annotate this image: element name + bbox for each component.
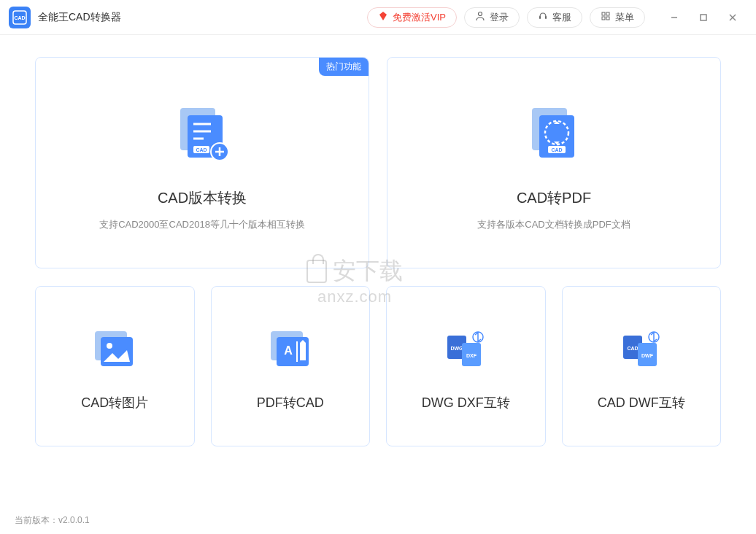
version-value: v2.0.0.1 bbox=[58, 515, 90, 525]
card-pdf-to-cad[interactable]: A PDF转CAD bbox=[211, 286, 371, 446]
svg-rect-7 bbox=[602, 17, 605, 20]
card-title: CAD转PDF bbox=[517, 188, 591, 208]
version-footer: 当前版本：v2.0.0.1 bbox=[15, 514, 90, 527]
maximize-button[interactable] bbox=[689, 7, 718, 28]
main-content: 热门功能 CAD CAD版本转换 支持CAD2000至CAD2018等几十个版本… bbox=[0, 35, 756, 454]
svg-rect-10 bbox=[701, 15, 706, 20]
titlebar: CAD 全能王CAD转换器 免费激活VIP 登录 客服 菜单 bbox=[0, 0, 756, 35]
svg-rect-8 bbox=[606, 17, 609, 20]
svg-text:CAD: CAD bbox=[196, 147, 207, 152]
card-cad-to-pdf[interactable]: CAD CAD转PDF 支持各版本CAD文档转换成PDF文档 bbox=[387, 57, 721, 268]
svg-text:CAD: CAD bbox=[551, 147, 562, 152]
menu-label: 菜单 bbox=[615, 11, 634, 24]
card-cad-version-convert[interactable]: 热门功能 CAD CAD版本转换 支持CAD2000至CAD2018等几十个版本… bbox=[35, 57, 369, 268]
login-button[interactable]: 登录 bbox=[464, 7, 520, 28]
svg-text:CAD: CAD bbox=[627, 346, 638, 351]
card-title: CAD DWF互转 bbox=[598, 394, 685, 411]
activate-vip-button[interactable]: 免费激活VIP bbox=[367, 7, 457, 28]
svg-rect-4 bbox=[545, 16, 547, 19]
svg-text:DWG: DWG bbox=[451, 346, 464, 351]
card-title: PDF转CAD bbox=[257, 394, 324, 411]
minimize-button[interactable] bbox=[660, 7, 689, 28]
pdf-cad-icon: A bbox=[258, 321, 323, 379]
svg-rect-5 bbox=[602, 12, 605, 15]
svg-point-2 bbox=[479, 12, 482, 16]
card-cad-dwf-convert[interactable]: CADDWF CAD DWF互转 bbox=[562, 286, 722, 446]
close-button[interactable] bbox=[718, 7, 747, 28]
cad-version-icon: CAD bbox=[155, 95, 250, 175]
vip-label: 免费激活VIP bbox=[393, 11, 446, 24]
svg-text:DXF: DXF bbox=[466, 353, 477, 358]
menu-button[interactable]: 菜单 bbox=[590, 7, 645, 28]
image-icon bbox=[82, 321, 147, 379]
grid-icon bbox=[601, 11, 611, 23]
svg-text:A: A bbox=[284, 344, 293, 357]
card-desc: 支持各版本CAD文档转换成PDF文档 bbox=[477, 218, 630, 231]
card-title: CAD转图片 bbox=[81, 394, 148, 411]
app-title: 全能王CAD转换器 bbox=[38, 11, 121, 24]
dwg-dxf-icon: DWGDXF bbox=[433, 321, 498, 379]
card-cad-to-image[interactable]: CAD转图片 bbox=[35, 286, 195, 446]
card-dwg-dxf-convert[interactable]: DWGDXF DWG DXF互转 bbox=[386, 286, 546, 446]
support-button[interactable]: 客服 bbox=[527, 7, 582, 28]
app-logo-icon: CAD bbox=[9, 7, 31, 28]
card-title: DWG DXF互转 bbox=[422, 394, 510, 411]
version-label: 当前版本： bbox=[15, 515, 58, 525]
svg-text:CAD: CAD bbox=[14, 15, 25, 20]
card-desc: 支持CAD2000至CAD2018等几十个版本相互转换 bbox=[99, 218, 305, 231]
cad-pdf-icon: CAD bbox=[506, 95, 601, 175]
hot-badge: 热门功能 bbox=[319, 58, 369, 76]
svg-rect-6 bbox=[606, 12, 609, 15]
support-label: 客服 bbox=[552, 11, 571, 24]
card-title: CAD版本转换 bbox=[158, 188, 247, 208]
user-icon bbox=[475, 11, 485, 23]
diamond-icon bbox=[378, 11, 388, 23]
cad-dwf-icon: CADDWF bbox=[609, 321, 674, 379]
svg-rect-3 bbox=[539, 16, 541, 19]
svg-text:DWF: DWF bbox=[641, 353, 654, 358]
login-label: 登录 bbox=[490, 11, 509, 24]
headset-icon bbox=[538, 11, 548, 23]
svg-point-30 bbox=[107, 343, 112, 349]
